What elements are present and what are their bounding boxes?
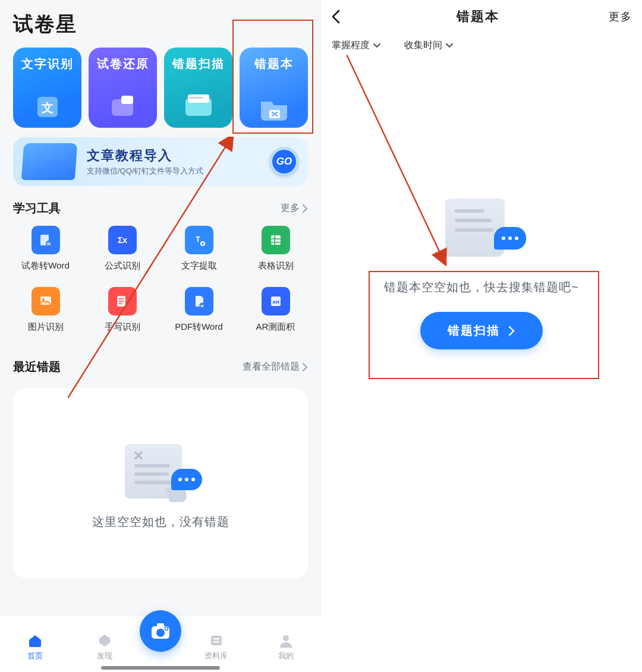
bottom-tab-bar: 首页 发现 资料库 我的 xyxy=(0,615,321,672)
svg-rect-26 xyxy=(211,636,222,645)
svg-text:W: W xyxy=(200,304,204,308)
back-button[interactable] xyxy=(331,9,354,24)
svg-text:Σx: Σx xyxy=(117,235,127,245)
svg-rect-23 xyxy=(157,623,164,628)
page-title: 错题本 xyxy=(354,8,602,26)
text-recognition-icon: 文 xyxy=(33,92,62,122)
tab-label: 我的 xyxy=(278,651,294,661)
tool-handwriting-recognition[interactable]: 手写识别 xyxy=(84,287,160,333)
recent-more-link[interactable]: 查看全部错题 xyxy=(243,361,308,373)
text-extract-icon: T xyxy=(185,226,213,254)
chevron-right-icon xyxy=(302,363,308,371)
filter-label: 掌握程度 xyxy=(332,39,370,52)
feature-wrong-book[interactable]: 错题本 xyxy=(240,48,308,128)
ar-icon: AR xyxy=(262,287,290,316)
svg-text:W: W xyxy=(46,242,51,246)
wrong-book-empty-state: 错题本空空如也，快去搜集错题吧~ 错题扫描 xyxy=(321,196,642,349)
filter-time[interactable]: 收集时间 xyxy=(404,39,453,52)
recent-empty-card: 这里空空如也，没有错题 xyxy=(13,388,308,578)
feature-label: 试卷还原 xyxy=(97,56,149,72)
tools-grid: W 试卷转Word Σx 公式识别 T 文字提取 表格识别 图片识别 手写识别 xyxy=(0,221,321,333)
feature-wrong-scan[interactable]: 错题扫描 xyxy=(164,48,232,128)
svg-text:文: 文 xyxy=(41,101,54,114)
svg-text:AR: AR xyxy=(272,299,279,305)
more-label: 查看全部错题 xyxy=(243,361,300,373)
tool-pdf-to-word[interactable]: W PDF转Word xyxy=(160,287,237,333)
tool-label: PDF转Word xyxy=(175,321,223,333)
empty-state-icon xyxy=(119,441,202,501)
profile-icon xyxy=(277,633,295,648)
home-screen: 试卷星 文字识别 文 试卷还原 错题扫描 错题本 xyxy=(0,0,321,672)
more-button[interactable]: 更多 xyxy=(602,10,632,24)
camera-button[interactable] xyxy=(140,610,181,652)
feature-text-recognition[interactable]: 文字识别 文 xyxy=(13,48,81,128)
library-icon xyxy=(207,633,225,648)
tab-label: 资料库 xyxy=(204,651,228,661)
button-label: 错题扫描 xyxy=(448,323,500,339)
tab-label: 发现 xyxy=(97,651,112,661)
feature-label: 文字识别 xyxy=(21,56,74,72)
feature-card-row: 文字识别 文 试卷还原 错题扫描 错题本 xyxy=(0,48,321,128)
tools-more-link[interactable]: 更多 xyxy=(281,202,308,214)
svg-point-29 xyxy=(283,635,289,641)
tool-label: 手写识别 xyxy=(105,321,140,333)
filter-mastery[interactable]: 掌握程度 xyxy=(332,39,380,52)
doc-word-icon: W xyxy=(32,226,60,254)
home-icon xyxy=(26,633,44,648)
table-icon xyxy=(262,226,290,254)
go-badge[interactable]: GO xyxy=(270,147,298,176)
chevron-left-icon xyxy=(331,9,341,24)
svg-text:T: T xyxy=(196,235,200,244)
wrong-book-header: 错题本 更多 xyxy=(321,0,642,33)
recent-section-header: 最近错题 查看全部错题 xyxy=(0,333,321,380)
tool-label: 试卷转Word xyxy=(21,260,70,272)
feature-paper-restore[interactable]: 试卷还原 xyxy=(89,48,157,128)
more-label: 更多 xyxy=(281,202,300,214)
filter-row: 掌握程度 收集时间 xyxy=(321,33,642,58)
app-title: 试卷星 xyxy=(0,0,321,43)
tool-formula-recognition[interactable]: Σx 公式识别 xyxy=(84,226,160,272)
chevron-down-icon xyxy=(446,43,453,49)
tools-section-header: 学习工具 更多 xyxy=(0,186,321,221)
empty-state-icon xyxy=(437,196,526,261)
feature-label: 错题本 xyxy=(254,56,294,72)
discover-icon xyxy=(96,633,114,648)
wrong-book-screen: 错题本 更多 掌握程度 收集时间 错题本空空如也，快去搜集错题吧~ 错题扫描 xyxy=(321,0,642,672)
tool-label: 表格识别 xyxy=(258,260,294,272)
tool-ar-area[interactable]: AR AR测面积 xyxy=(237,287,314,333)
tool-paper-to-word[interactable]: W 试卷转Word xyxy=(7,226,84,272)
tool-label: 文字提取 xyxy=(181,260,217,272)
svg-rect-6 xyxy=(189,97,203,99)
tool-text-extract[interactable]: T 文字提取 xyxy=(160,226,237,272)
tool-image-recognition[interactable]: 图片识别 xyxy=(7,287,84,333)
import-banner[interactable]: 文章教程导入 支持微信/QQ/钉钉文件等导入方式 GO xyxy=(13,137,308,186)
tab-home[interactable]: 首页 xyxy=(0,633,70,661)
camera-icon xyxy=(150,621,171,641)
recent-empty-text: 这里空空如也，没有错题 xyxy=(92,514,229,530)
tab-discover[interactable]: 发现 xyxy=(70,633,140,661)
pdf-word-icon: W xyxy=(185,287,213,316)
tools-title: 学习工具 xyxy=(13,200,61,216)
scan-wrong-button[interactable]: 错题扫描 xyxy=(420,312,543,349)
import-title: 文章教程导入 xyxy=(87,147,270,165)
home-indicator xyxy=(101,666,220,670)
svg-rect-28 xyxy=(213,641,219,642)
chevron-right-icon xyxy=(508,326,515,336)
svg-rect-3 xyxy=(121,96,133,104)
tool-table-recognition[interactable]: 表格识别 xyxy=(237,226,314,272)
handwriting-icon xyxy=(108,287,137,316)
chevron-down-icon xyxy=(373,43,380,49)
svg-rect-14 xyxy=(271,235,281,245)
tab-profile[interactable]: 我的 xyxy=(251,633,322,661)
tool-label: 图片识别 xyxy=(28,321,64,333)
tool-label: 公式识别 xyxy=(105,260,140,272)
chevron-right-icon xyxy=(302,204,308,213)
svg-point-24 xyxy=(156,629,165,637)
tool-label: AR测面积 xyxy=(256,321,295,333)
tab-library[interactable]: 资料库 xyxy=(181,633,251,661)
svg-rect-27 xyxy=(213,638,219,639)
recent-title: 最近错题 xyxy=(13,359,61,375)
image-icon xyxy=(32,287,60,316)
wrong-book-icon xyxy=(257,92,291,122)
import-subtitle: 支持微信/QQ/钉钉文件等导入方式 xyxy=(87,166,270,176)
